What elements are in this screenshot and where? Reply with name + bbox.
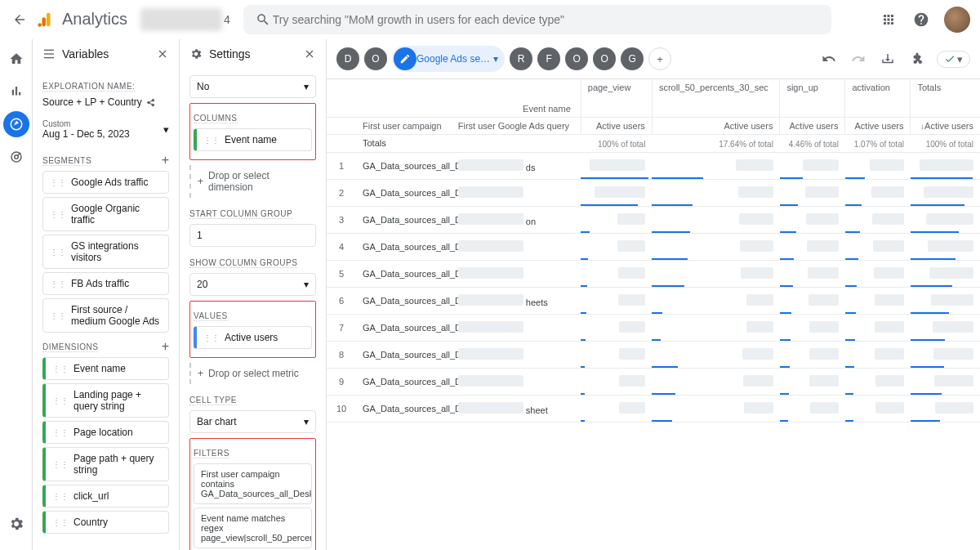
table-row[interactable]: 6GA_Data_sources_all_Desktop_Tier_1 heet…: [327, 287, 980, 314]
metric-cell: [581, 314, 652, 341]
redo-button[interactable]: [849, 49, 868, 69]
table-row[interactable]: 4GA_Data_sources_all_Desktop_Tier_1: [327, 233, 980, 260]
nested-rows-value: No: [197, 81, 209, 92]
date-range-picker[interactable]: Custom Aug 1 - Dec 5, 2023 ▾: [42, 116, 169, 143]
filter-card-campaign[interactable]: First user campaign contains GA_Data_sou…: [194, 463, 312, 504]
tab-pill[interactable]: R: [510, 47, 532, 70]
col-group-head[interactable]: page_view: [581, 79, 652, 117]
metric-head[interactable]: Active users: [652, 117, 780, 134]
tab-active-pill[interactable]: [394, 47, 416, 70]
chevron-down-icon: ▾: [163, 123, 169, 136]
back-button[interactable]: [10, 10, 29, 29]
tab-pill[interactable]: O: [593, 47, 616, 70]
tab-pill[interactable]: F: [537, 47, 560, 70]
cell-type-select[interactable]: Bar chart▾: [189, 410, 316, 433]
tab-pill[interactable]: G: [621, 47, 644, 70]
account-avatar[interactable]: [944, 7, 970, 33]
metric-head[interactable]: Active users: [581, 117, 652, 134]
variables-toggle-icon[interactable]: [42, 47, 56, 60]
values-chip-active-users[interactable]: ⋮⋮ Active users: [194, 326, 312, 349]
filter-card-event[interactable]: Event name matches regex page_view|scrol…: [194, 508, 312, 548]
totals-row: Totals 100% of total 17.64% of total 4.4…: [327, 134, 980, 152]
col-group-head[interactable]: Totals: [911, 79, 980, 117]
dim-head-campaign[interactable]: First user campaign: [356, 117, 452, 134]
table-row[interactable]: 5GA_Data_sources_all_Desktop_Tier_1: [327, 260, 980, 287]
dimension-chip[interactable]: ⋮⋮Page location: [42, 421, 169, 444]
dimension-chip[interactable]: ⋮⋮Event name: [42, 357, 169, 380]
exploration-name[interactable]: Source + LP + Country: [42, 96, 169, 108]
tab-pill[interactable]: O: [364, 47, 387, 70]
segment-chip[interactable]: ⋮⋮Google Organic traffic: [42, 197, 169, 231]
segment-chip[interactable]: ⋮⋮GS integrations visitors: [42, 235, 169, 269]
tab-strip: DO Google Ads se… ▾ RFOOG + ▾: [327, 39, 980, 79]
table-row[interactable]: 10GA_Data_sources_all_Desktop_Tier_1 she…: [327, 395, 980, 422]
segments-add-button[interactable]: +: [162, 153, 169, 168]
nav-explore[interactable]: [3, 111, 29, 137]
settings-close-button[interactable]: [303, 47, 316, 60]
start-col-input[interactable]: 1: [189, 224, 316, 247]
totals-sub: 100% of total: [917, 140, 973, 149]
dim-head-query[interactable]: First user Google Ads query: [452, 117, 581, 134]
nav-advertising[interactable]: [3, 144, 29, 170]
tab-active-label[interactable]: Google Ads se… ▾: [416, 53, 503, 65]
dimensions-add-button[interactable]: +: [162, 339, 169, 354]
col-group-head[interactable]: sign_up: [780, 79, 845, 117]
query-cell: [452, 341, 581, 368]
metric-head-sort[interactable]: ↓Active users: [911, 117, 980, 134]
download-button[interactable]: [878, 49, 898, 69]
segment-chip[interactable]: ⋮⋮Google Ads traffic: [42, 171, 169, 194]
share-exploration-button[interactable]: [907, 49, 927, 69]
metric-cell: [652, 368, 780, 395]
dimension-chip[interactable]: ⋮⋮Landing page + query string: [42, 383, 169, 418]
help-icon[interactable]: [911, 10, 931, 29]
metric-cell: [581, 287, 652, 314]
search-input[interactable]: [273, 13, 822, 26]
campaign-cell: GA_Data_sources_all_Desktop_Tier_1: [356, 368, 452, 395]
table-row[interactable]: 2GA_Data_sources_all_Desktop_Tier_1: [327, 179, 980, 206]
table-row[interactable]: 9GA_Data_sources_all_Desktop_Tier_1: [327, 368, 980, 395]
search-bar[interactable]: [243, 5, 831, 34]
totals-sub: 4.46% of total: [786, 140, 839, 149]
metric-cell: [911, 341, 980, 368]
metric-cell: [652, 341, 780, 368]
event-name-head: Event name: [333, 104, 574, 114]
columns-label: COLUMNS: [194, 114, 238, 123]
segment-label: Google Ads traffic: [71, 177, 149, 188]
drag-handle-icon: ⋮⋮: [203, 136, 220, 145]
segment-chip[interactable]: ⋮⋮FB Ads traffic: [42, 272, 169, 295]
col-group-head[interactable]: activation: [845, 79, 911, 117]
svg-rect-0: [47, 12, 51, 26]
tab-pill[interactable]: O: [565, 47, 588, 70]
metric-head[interactable]: Active users: [845, 117, 911, 134]
values-drop-zone[interactable]: + Drop or select metric: [189, 363, 316, 384]
tab-pill[interactable]: D: [336, 47, 359, 70]
plus-icon: +: [198, 176, 203, 187]
tab-add-button[interactable]: +: [648, 47, 671, 70]
undo-button[interactable]: [819, 49, 839, 69]
metric-cell: [780, 179, 845, 206]
table-row[interactable]: 1GA_Data_sources_all_Desktop_Tier_1 ds: [327, 152, 980, 179]
drag-handle-icon: ⋮⋮: [50, 210, 66, 219]
columns-drop-zone[interactable]: + Drop or select dimension: [189, 165, 316, 198]
nav-reports[interactable]: [3, 78, 29, 105]
nav-home[interactable]: [3, 46, 29, 72]
dimension-chip[interactable]: ⋮⋮Page path + query string: [42, 447, 169, 481]
col-group-head[interactable]: scroll_50_percents_30_sec: [652, 79, 780, 117]
show-col-select[interactable]: 20▾: [189, 273, 316, 296]
nav-admin[interactable]: [3, 511, 29, 537]
dimension-chip[interactable]: ⋮⋮click_url: [42, 485, 169, 508]
table-row[interactable]: 8GA_Data_sources_all_Desktop_Tier_1: [327, 341, 980, 368]
table-row[interactable]: 3GA_Data_sources_all_Desktop_Tier_1 on: [327, 206, 980, 233]
nested-rows-select[interactable]: No▾: [189, 75, 316, 98]
values-chip-label: Active users: [225, 332, 278, 343]
table-row[interactable]: 7GA_Data_sources_all_Desktop_Tier_1: [327, 314, 980, 341]
dimension-chip[interactable]: ⋮⋮Country: [42, 511, 169, 534]
property-selector[interactable]: [140, 8, 222, 31]
columns-chip-event-name[interactable]: ⋮⋮ Event name: [194, 128, 312, 151]
settings-panel: Settings No▾ COLUMNS ⋮⋮ Event name + Dro…: [180, 39, 327, 550]
variables-close-button[interactable]: [156, 47, 169, 60]
segment-chip[interactable]: ⋮⋮First source / medium Google Ads: [42, 298, 169, 333]
apps-icon[interactable]: [879, 10, 898, 29]
sampling-status-button[interactable]: ▾: [937, 51, 970, 68]
metric-head[interactable]: Active users: [780, 117, 845, 134]
